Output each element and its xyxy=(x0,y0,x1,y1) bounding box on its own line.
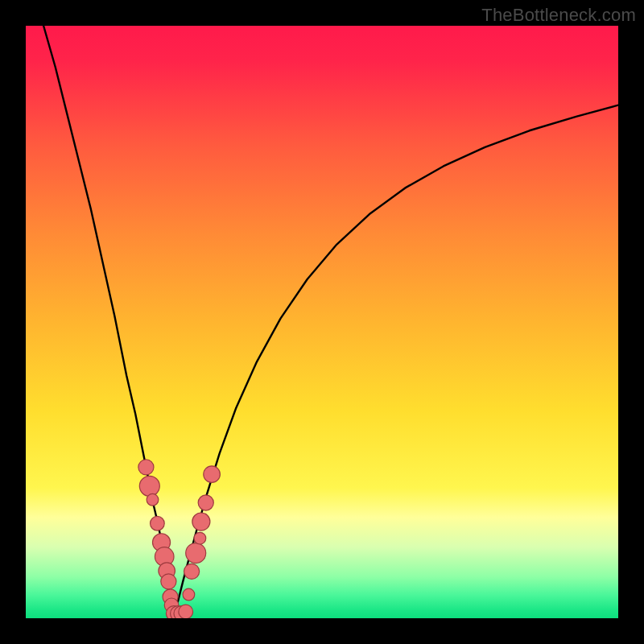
gradient-background xyxy=(26,26,618,618)
chart-plot-area xyxy=(26,26,618,618)
data-point xyxy=(183,588,195,601)
data-point xyxy=(204,466,221,483)
data-point xyxy=(138,460,154,475)
data-point xyxy=(139,476,159,496)
data-point xyxy=(161,574,176,589)
data-point xyxy=(184,564,200,579)
data-point xyxy=(192,513,210,530)
data-point xyxy=(198,495,213,510)
chart-svg xyxy=(26,26,618,618)
data-point xyxy=(147,493,159,506)
data-point xyxy=(151,516,165,530)
data-point xyxy=(179,605,193,618)
data-point xyxy=(194,532,206,544)
chart-frame: TheBottleneck.com xyxy=(0,0,644,644)
watermark-label: TheBottleneck.com xyxy=(481,5,636,26)
data-point xyxy=(186,543,206,564)
